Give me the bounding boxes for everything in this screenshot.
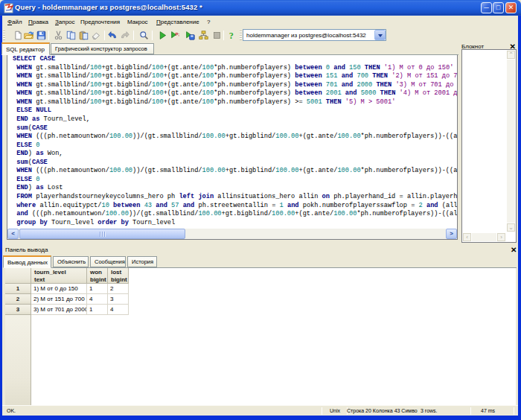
svg-text:?: ? — [229, 31, 234, 40]
svg-text:P;: P; — [176, 32, 180, 36]
